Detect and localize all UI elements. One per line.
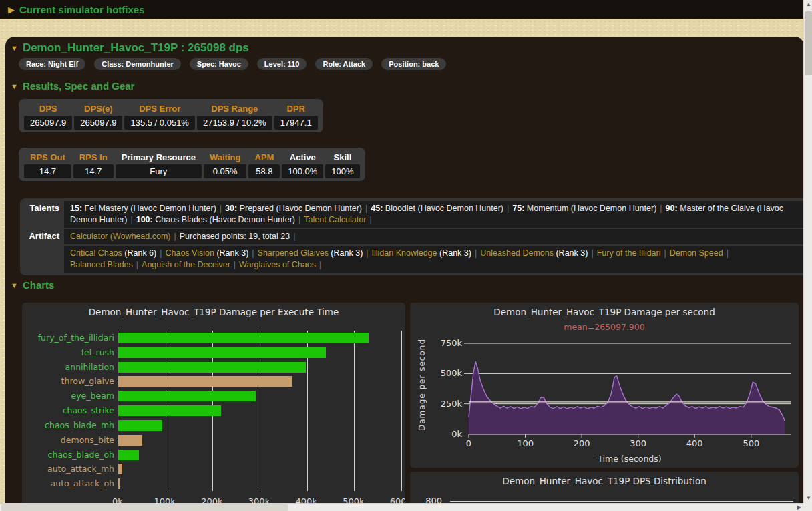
vertical-scrollbar-thumb[interactable]	[805, 11, 812, 75]
artifact-row: Artifact Calculator (Wowhead.com)|Purcha…	[21, 229, 804, 244]
header-row: RPS OutRPS InPrimary ResourceWaitingAPMA…	[24, 150, 360, 163]
separator: |	[133, 260, 142, 269]
player-badge: Role: Attack	[315, 58, 373, 70]
player-badge: Spec: Havoc	[190, 58, 248, 70]
artifact-trait-rank: (Rank 3)	[214, 248, 248, 258]
dps-area-fill	[469, 361, 785, 434]
player-report-panel: ▼ Demon_Hunter_Havoc_T19P : 265098 dps R…	[5, 37, 804, 511]
talent-name: Prepared (Havoc Demon Hunter)	[240, 204, 362, 213]
horizontal-scrollbar-thumb[interactable]	[1, 504, 288, 511]
bar-fury_of_the_illidari	[118, 333, 369, 343]
separator: |	[248, 248, 257, 258]
gridline	[401, 331, 402, 491]
separator: |	[316, 260, 325, 269]
artifact-trait-link[interactable]: Warglaives of Chaos	[239, 260, 316, 269]
talent-entry: 75: Momentum (Havoc Demon Hunter)	[512, 204, 656, 213]
scroll-down-icon[interactable]: ▼	[806, 496, 811, 501]
talent-tier: 45:	[371, 204, 385, 213]
stat-value: 265097.9	[24, 116, 72, 130]
stat-value: 100.0%	[282, 164, 323, 178]
separator: |	[127, 215, 136, 224]
resource-summary-table: RPS OutRPS InPrimary ResourceWaitingAPMA…	[19, 148, 365, 181]
talents-row: Talents 15: Fel Mastery (Havoc Demon Hun…	[21, 201, 804, 228]
artifact-trait-link[interactable]: Critical Chaos	[70, 248, 122, 258]
artifact-trait-link[interactable]: Unleashed Demons	[480, 248, 554, 258]
bar-plot-area	[118, 331, 401, 491]
column-header: Waiting	[204, 150, 246, 163]
talent-calculator-link[interactable]: Talent Calculator	[304, 215, 366, 224]
column-header: RPS In	[73, 150, 114, 163]
expanded-arrow-icon: ▼	[11, 82, 18, 90]
hotfix-section-label: Current simulator hotfixes	[19, 4, 145, 15]
player-section-toggle[interactable]: ▼ Demon_Hunter_Havoc_T19P : 265098 dps	[11, 41, 249, 55]
column-header: DPR	[274, 102, 318, 114]
artifact-trait-rank: (Rank 3)	[437, 248, 471, 258]
talent-tier: 100:	[136, 215, 156, 224]
y-axis-label: Damage per second	[417, 338, 427, 432]
column-header: DPS Range	[197, 102, 272, 114]
hotfix-section-toggle[interactable]: ▶ Current simulator hotfixes	[0, 0, 804, 19]
separator: |	[588, 248, 596, 258]
results-section-label: Results, Spec and Gear	[23, 80, 135, 92]
column-header: APM	[248, 150, 280, 163]
player-badge: Class: Demonhunter	[94, 58, 181, 70]
bar-category-label: auto_attack_oh	[23, 478, 114, 488]
horizontal-scrollbar[interactable]: ▶	[0, 503, 804, 511]
artifact-trait-link[interactable]: Demon Speed	[670, 248, 723, 258]
stat-value: Fury	[116, 164, 202, 178]
x-tick-label: 500	[735, 438, 768, 448]
artifact-trait-link[interactable]: Sharpened Glaives	[258, 248, 329, 258]
separator: |	[471, 248, 480, 258]
x-axis-label: Time (seconds)	[469, 454, 791, 464]
y-tick-label: 250k	[429, 399, 462, 409]
charts-section-toggle[interactable]: ▼ Charts	[11, 279, 54, 291]
gridline	[354, 331, 355, 491]
value-row: 265097.9265097.9135.5 / 0.051%27153.9 / …	[24, 116, 318, 130]
separator: |	[661, 248, 670, 258]
bar-category-label: chaos_blade_oh	[23, 450, 114, 460]
collapsed-arrow-icon: ▶	[8, 5, 15, 15]
talent-name: Chaos Blades (Havoc Demon Hunter)	[155, 215, 295, 224]
bar-category-label: chaos_blade_mh	[23, 420, 114, 430]
scroll-right-icon[interactable]: ▶	[797, 505, 801, 510]
bar-chaos_blade_mh	[118, 420, 162, 431]
vertical-scrollbar[interactable]: ▲ ▼	[803, 0, 812, 503]
column-header: DPS Error	[124, 102, 194, 114]
player-badge: Level: 110	[257, 58, 307, 70]
separator: |	[362, 204, 371, 213]
artifact-trait-link[interactable]: Balanced Blades	[70, 260, 133, 269]
artifact-trait-link[interactable]: Anguish of the Deceiver	[142, 260, 230, 269]
column-header: DPS(e)	[74, 102, 122, 114]
bar-chaos_strike	[118, 405, 221, 416]
artifact-trait-link[interactable]: Chaos Vision	[165, 248, 214, 258]
chart-mean-label: mean=265097.900	[410, 322, 799, 332]
player-badge: Position: back	[381, 58, 446, 70]
artifact-trait-link[interactable]: Illidari Knowledge	[372, 248, 437, 258]
stat-value: 14.7	[24, 164, 71, 178]
chart-title: Demon_Hunter_Havoc_T19P Damage per Execu…	[22, 307, 405, 317]
dps-summary-table: DPSDPS(e)DPS ErrorDPS RangeDPR265097.926…	[19, 99, 323, 132]
x-tick-label: 300	[622, 438, 655, 448]
talent-name: Fel Mastery (Havoc Demon Hunter)	[85, 204, 216, 213]
artifact-summary: Calculator (Wowhead.com)|Purchased point…	[64, 229, 804, 244]
artifact-trait-link[interactable]: Fury of the Illidari	[597, 248, 661, 258]
talent-entry: 30: Prepared (Havoc Demon Hunter)	[225, 204, 362, 213]
bar-category-label: chaos_strike	[23, 405, 114, 415]
artifact-trait-rank: (Rank 3)	[554, 248, 588, 258]
results-section-toggle[interactable]: ▼ Results, Spec and Gear	[11, 80, 134, 92]
separator: |	[216, 204, 225, 213]
talent-tier: 15:	[70, 204, 85, 213]
bar-throw_glaive	[118, 376, 292, 387]
talent-entry: 45: Bloodlet (Havoc Demon Hunter)	[371, 204, 503, 213]
bar-fel_rush	[118, 347, 326, 358]
artifact-calculator-link[interactable]: Calculator (Wowhead.com)	[70, 232, 171, 241]
gridline	[450, 501, 793, 502]
bar-category-label: throw_glaive	[23, 376, 114, 386]
stat-value: 265097.9	[74, 116, 122, 130]
scroll-up-icon[interactable]: ▲	[806, 2, 811, 7]
bar-category-label: fel_rush	[23, 347, 114, 357]
talent-entry: 100: Chaos Blades (Havoc Demon Hunter)	[136, 215, 295, 224]
talent-name: Momentum (Havoc Demon Hunter)	[527, 204, 657, 213]
talents-row-label: Talents	[21, 201, 64, 228]
separator: |	[366, 215, 375, 224]
